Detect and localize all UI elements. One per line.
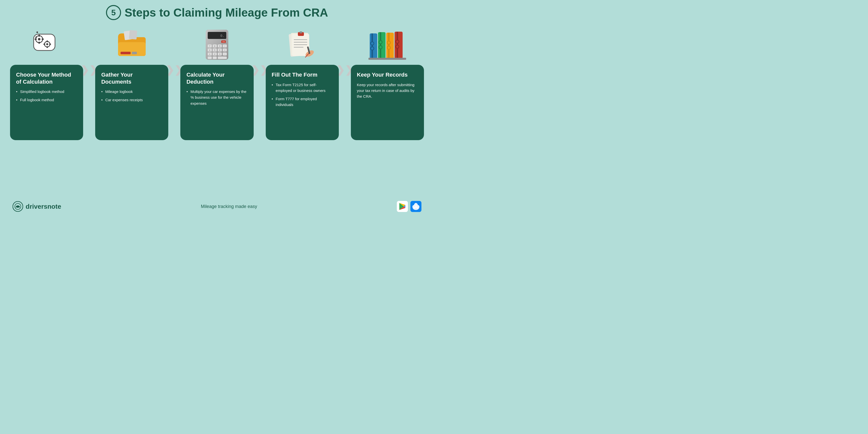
step-2-item-1: Mileage logbook [101,89,162,94]
svg-rect-41 [218,57,227,59]
svg-point-2 [38,38,40,40]
svg-text:7: 7 [209,45,210,47]
svg-text:9: 9 [219,45,220,47]
arrow-1: ❯❯ [83,25,95,75]
svg-rect-4 [38,42,40,44]
step-5-col: Keep Your Records Keep your records afte… [351,25,424,140]
svg-rect-39 [208,57,212,59]
step-2-icon-area [95,25,168,65]
svg-rect-67 [371,33,373,59]
logo-area: driversnote [12,201,61,212]
step-5-text: Keep your records after submitting your … [357,82,418,99]
step-5-icon-area [351,25,424,65]
svg-text:÷: ÷ [224,45,225,47]
step-5-body: Keep your records after submitting your … [357,82,418,99]
step-1-title: Choose Your Method of Calculation [16,71,77,85]
page-container: 5 Steps to Claiming Mileage From CRA [0,0,434,217]
step-5-card: Keep Your Records Keep your records afte… [351,65,424,140]
svg-point-94 [16,207,17,208]
svg-text:1: 1 [209,53,210,55]
step-2-body: Mileage logbook Car expenses receipts [101,89,162,103]
svg-rect-17 [129,30,137,39]
google-play-icon[interactable] [397,201,408,212]
svg-rect-72 [378,32,385,59]
svg-rect-14 [49,44,51,45]
svg-rect-6 [42,38,44,40]
step-1-item-1: Simplified logbook method [16,89,77,94]
arrow-3: ❯❯ [254,25,266,75]
svg-text:×: × [224,49,225,51]
step-2-item-2: Car expenses receipts [101,97,162,103]
step-1-item-2: Full logbook method [16,97,77,103]
svg-text:5: 5 [214,49,215,51]
svg-rect-3 [38,35,40,37]
svg-point-75 [379,41,382,43]
footer: driversnote Mileage tracking made easy [10,201,424,212]
svg-text:6: 6 [219,49,220,51]
svg-rect-79 [388,33,390,59]
step-4-col: Fill Out The Form Tax Form T2125 for sel… [266,25,339,140]
svg-rect-11 [46,40,48,42]
footer-apps [397,201,422,212]
header: 5 Steps to Claiming Mileage From CRA [106,5,328,20]
step-4-title: Fill Out The Form [272,71,333,79]
logo-text: driversnote [26,203,61,211]
svg-point-71 [371,47,373,50]
step-3-icon-area: 0. ON [180,25,253,65]
svg-point-69 [371,42,373,45]
step-2-card: Gather Your Documents Mileage logbook Ca… [95,65,168,140]
app-store-icon[interactable] [410,201,422,212]
svg-text:2: 2 [214,53,215,55]
svg-rect-40 [213,57,217,59]
step-number-circle: 5 [106,5,121,20]
svg-rect-13 [43,44,45,45]
svg-rect-12 [46,46,48,48]
svg-rect-78 [386,33,394,59]
step-3-body: Multiply your car expenses by the % busi… [186,89,247,106]
steps-container: Choose Your Method of Calculation Simpli… [10,25,424,197]
step-4-body: Tax Form T2125 for self-employed or busi… [272,82,333,108]
step-3-item-1: Multiply your car expenses by the % busi… [186,89,247,106]
step-3-list: Multiply your car expenses by the % busi… [186,89,247,106]
svg-point-83 [388,46,390,49]
step-1-list: Simplified logbook method Full logbook m… [16,89,77,103]
calculator-icon: 0. ON [203,28,231,61]
step-3-title: Calculate Your Deduction [186,71,247,85]
driversnote-logo-icon [12,201,23,212]
svg-rect-58 [300,31,302,33]
step-4-icon-area [266,25,339,65]
svg-rect-66 [370,33,377,59]
step-3-card: Calculate Your Deduction Multiply your c… [180,65,253,140]
step-5-title: Keep Your Records [357,71,418,79]
svg-text:8: 8 [214,45,215,47]
svg-text:4: 4 [209,49,210,51]
svg-point-10 [46,43,48,45]
arrow-2: ❯❯ [168,25,180,75]
svg-rect-20 [132,52,137,54]
page-title: Steps to Claiming Mileage From CRA [125,6,328,19]
svg-rect-5 [35,38,37,40]
footer-tagline: Mileage tracking made easy [201,204,257,209]
svg-text:ON: ON [222,41,225,43]
step-4-card: Fill Out The Form Tax Form T2125 for sel… [266,65,339,140]
gear-icon [32,30,62,60]
step-2-col: Gather Your Documents Mileage logbook Ca… [95,25,168,140]
svg-rect-19 [121,52,131,54]
step-number: 5 [111,8,116,17]
step-1-col: Choose Your Method of Calculation Simpli… [10,25,83,140]
svg-text:3: 3 [219,53,220,55]
step-2-title: Gather Your Documents [101,71,162,85]
step-2-list: Mileage logbook Car expenses receipts [101,89,162,103]
clipboard-icon [286,28,318,61]
svg-rect-84 [395,32,403,59]
svg-text:−: − [224,53,225,55]
svg-text:0.: 0. [220,34,224,38]
step-1-body: Simplified logbook method Full logbook m… [16,89,77,103]
step-4-item-1: Tax Form T2125 for self-employed or busi… [272,82,333,94]
svg-point-89 [396,45,399,48]
step-1-icon-area [10,25,83,65]
svg-point-87 [396,40,399,43]
svg-point-81 [388,41,390,44]
step-3-col: 0. ON [180,25,253,140]
svg-point-95 [19,207,20,208]
